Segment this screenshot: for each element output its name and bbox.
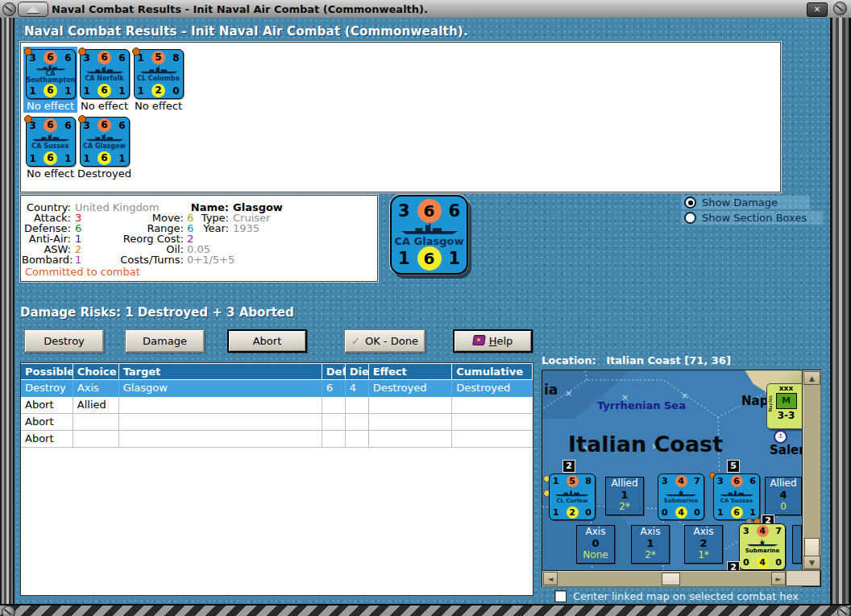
year-label: Year: xyxy=(174,223,229,234)
dialog-heading: Naval Combat Results - Init Naval Air Co… xyxy=(24,24,468,39)
title-bar[interactable]: Naval Combat Results - Init Naval Air Co… xyxy=(0,0,851,19)
stat-tc: 6 xyxy=(44,118,57,132)
col-header-def[interactable]: Def xyxy=(322,363,346,380)
horizontal-scroll-thumb[interactable] xyxy=(662,573,680,585)
stat-tc: 6 xyxy=(98,118,111,132)
cell-die xyxy=(346,414,369,431)
map-counter-curlew[interactable]: 158 CL Curlew 120 xyxy=(549,473,596,520)
table-row[interactable]: Destroy Axis Glasgow 6 4 Destroyed Destr… xyxy=(21,380,533,397)
stat-tc: 6 xyxy=(44,51,57,64)
col-header-target[interactable]: Target xyxy=(119,363,322,380)
col-header-die[interactable]: Die xyxy=(346,363,369,380)
stack-side: Allied xyxy=(766,478,801,490)
scroll-left-button[interactable]: ◄ xyxy=(543,572,558,585)
radio-icon[interactable] xyxy=(684,212,696,224)
ok-done-button-label: OK - Done xyxy=(365,335,418,347)
militia-unit-counter[interactable]: xxx M 3-3 Naples xyxy=(766,383,802,429)
cell-cumulative: Destroyed xyxy=(452,380,533,397)
damage-risk-table: Possible Choice Target Def Die Effect Cu… xyxy=(20,362,533,596)
unit-counter-sussex[interactable]: 366 CA Sussex 161 xyxy=(26,117,76,167)
ship-silhouette-icon xyxy=(84,66,126,74)
close-button[interactable]: ✕ xyxy=(807,2,828,17)
location-line: Location: Italian Coast [71, 36] xyxy=(542,354,731,366)
table-row[interactable]: Abort xyxy=(21,431,533,448)
costs-value: 0+1/5+5 xyxy=(187,254,235,266)
map-vertical-scrollbar[interactable]: ▲ ▼ xyxy=(802,370,821,570)
stack-box-axis-1[interactable]: Axis 1 2* xyxy=(631,525,670,564)
unit-name: CA Sussex xyxy=(27,143,75,150)
scroll-up-button[interactable]: ▲ xyxy=(803,371,820,385)
stack-box-allied-1[interactable]: Allied 1 2* xyxy=(605,477,644,515)
table-row[interactable]: Abort Allied xyxy=(21,397,533,414)
stack-box-allied-4[interactable]: Allied 4 0 xyxy=(765,477,802,515)
combat-result-label: No effect xyxy=(23,167,77,180)
stat-tr: 6 xyxy=(64,120,71,131)
stack-box-axis-0[interactable]: Axis 0 None xyxy=(576,525,615,564)
radio-show-section-boxes[interactable]: Show Section Boxes xyxy=(681,211,823,225)
table-row[interactable]: Abort xyxy=(21,414,533,431)
ship-silhouette-icon xyxy=(553,490,592,497)
system-menu-button[interactable] xyxy=(18,2,48,17)
stat-tr: 6 xyxy=(448,201,460,221)
submarine-silhouette-icon xyxy=(662,490,700,497)
stat-bl: 1 xyxy=(84,85,90,97)
unit-counter-colombo[interactable]: 158 CL Colombo 120 xyxy=(134,49,184,99)
result-cell-colombo[interactable]: 158 CL Colombo 120 No effect xyxy=(131,47,185,113)
col-header-cumulative[interactable]: Cumulative xyxy=(452,363,533,380)
stat-tr: 8 xyxy=(172,52,179,64)
cell-possible: Abort xyxy=(21,431,73,448)
result-cell-norfolk[interactable]: 366 CA Norfolk 161 No effect xyxy=(77,47,131,113)
stat-tr: 7 xyxy=(775,526,782,536)
map-counter-submarine-2[interactable]: 347 Submarine 040 xyxy=(739,523,786,570)
col-header-possible[interactable]: Possible xyxy=(21,363,73,380)
radio-show-damage[interactable]: Show Damage xyxy=(681,196,810,209)
result-cell-glasgow[interactable]: 366 CA Glasgow 161 Destroyed xyxy=(77,114,131,180)
center-map-option[interactable]: Center linked map on selected combat hex xyxy=(554,590,799,602)
ship-silhouette-icon xyxy=(396,223,463,235)
window-title: Naval Combat Results - Init Naval Air Co… xyxy=(52,3,428,15)
stat-tr: 6 xyxy=(118,120,125,131)
stat-br: 0 xyxy=(172,85,179,97)
abort-button[interactable]: Abort xyxy=(227,329,307,353)
vertical-scroll-thumb[interactable] xyxy=(804,538,820,557)
map-counter-sussex[interactable]: 366 CA Sussex 161 xyxy=(713,473,760,520)
stat-bl: 1 xyxy=(84,153,90,164)
check-icon: ✓ xyxy=(351,335,360,347)
combat-result-label: Destroyed xyxy=(77,167,131,180)
stat-br: 1 xyxy=(64,153,71,164)
stack-box-axis-2[interactable]: Axis 2 1* xyxy=(684,525,723,564)
stack-side: Axis xyxy=(632,526,669,538)
checkbox-icon[interactable] xyxy=(554,590,567,602)
table-header-row: Possible Choice Target Def Die Effect Cu… xyxy=(21,363,533,380)
unit-counter-southampton[interactable]: 366 CA Southampton 161 xyxy=(26,49,76,99)
ok-done-button[interactable]: ✓OK - Done xyxy=(344,329,426,353)
location-label: Location: xyxy=(542,354,596,366)
scroll-right-button[interactable]: ► xyxy=(771,572,786,585)
map-viewport[interactable]: ia × × × × × Tyrrhenian Sea Napl Italian… xyxy=(542,370,802,570)
scroll-down-button[interactable]: ▼ xyxy=(803,556,820,569)
unit-counter-norfolk[interactable]: 366 CA Norfolk 161 xyxy=(80,49,130,99)
stack-count: 1 xyxy=(606,490,643,501)
col-header-effect[interactable]: Effect xyxy=(369,363,453,380)
unit-name: Submarine xyxy=(740,548,785,554)
selected-unit-counter[interactable]: 366 CA Glasgow 161 xyxy=(390,195,468,275)
destroy-button-label: Destroy xyxy=(44,335,85,347)
result-cell-sussex[interactable]: 366 CA Sussex 161 No effect xyxy=(23,114,77,180)
cell-cumulative xyxy=(452,397,533,414)
destroy-button[interactable]: Destroy xyxy=(24,329,104,353)
col-header-choice[interactable]: Choice xyxy=(73,363,119,380)
result-cell-southampton[interactable]: 366 CA Southampton 161 No effect xyxy=(23,47,77,113)
status-dot-icon xyxy=(78,48,86,56)
radio-label: Show Section Boxes xyxy=(702,212,807,224)
help-button[interactable]: Help xyxy=(453,329,533,353)
ship-silhouette-icon xyxy=(717,490,756,497)
map-horizontal-scrollbar[interactable]: ◄ ► xyxy=(542,570,802,587)
unit-counter-glasgow[interactable]: 366 CA Glasgow 161 xyxy=(80,117,130,167)
unit-name: CA Glasgow xyxy=(392,236,467,246)
map-counter-submarine-1[interactable]: 347 Submarine 040 xyxy=(658,473,704,520)
radio-icon[interactable] xyxy=(684,196,696,209)
stack-box-partial[interactable] xyxy=(792,525,802,564)
damage-button[interactable]: Damage xyxy=(125,329,205,353)
cell-def: 6 xyxy=(322,380,346,397)
port-icon: ⚓ xyxy=(774,430,787,444)
